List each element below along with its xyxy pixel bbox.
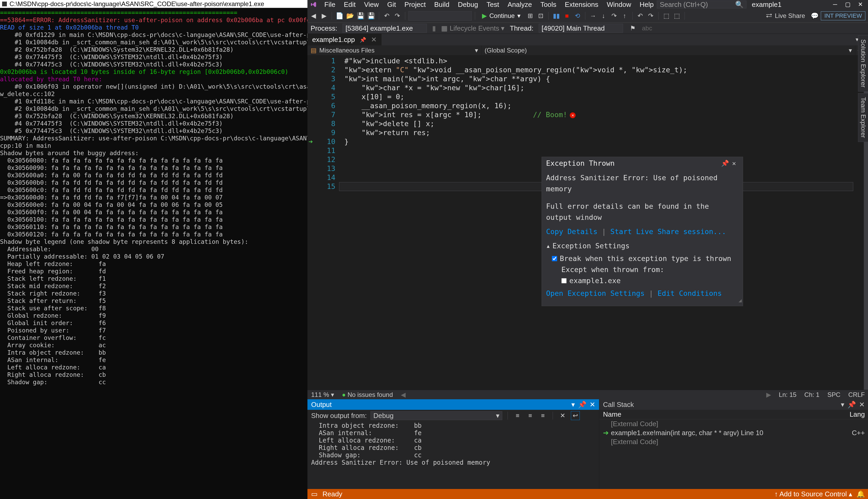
step-out-button[interactable]: ↑	[620, 11, 629, 20]
code-editor[interactable]: ➔ 123456789101112131415 #"kw">include <s…	[307, 56, 868, 390]
dbg-tool-b[interactable]: ⬚	[672, 11, 681, 20]
close-icon[interactable]: ✕	[730, 159, 739, 168]
open-button[interactable]: 📂	[346, 11, 355, 20]
start-liveshare-link[interactable]: Start Live Share session...	[611, 228, 726, 236]
save-all-button[interactable]: 💾	[367, 11, 376, 20]
menu-edit[interactable]: Edit	[341, 0, 359, 10]
module-checkbox[interactable]	[561, 278, 567, 283]
menu-view[interactable]: View	[361, 0, 382, 10]
dbg-btn-1[interactable]: ⊞	[526, 11, 535, 20]
copy-details-link[interactable]: Copy Details	[546, 228, 597, 236]
resize-grip-icon[interactable]: ◢	[739, 296, 742, 305]
liveshare-label: Live Share	[775, 12, 805, 20]
close-icon[interactable]: ✕	[859, 401, 865, 409]
edit-conditions-link[interactable]: Edit Conditions	[658, 289, 722, 297]
menu-tools[interactable]: Tools	[537, 0, 559, 10]
vs-logo-icon[interactable]	[310, 1, 317, 9]
lifecycle-events[interactable]: ▦ Lifecycle Events ▾	[441, 24, 504, 33]
menu-debug[interactable]: Debug	[455, 0, 481, 10]
redo-button[interactable]: ↷	[393, 11, 402, 20]
save-button[interactable]: 💾	[356, 11, 365, 20]
output-btn-3[interactable]: ≡	[538, 411, 548, 420]
menu-extensions[interactable]: Extensions	[562, 0, 601, 10]
output-btn-1[interactable]: ≡	[513, 411, 522, 420]
menu-project[interactable]: Project	[401, 0, 429, 10]
callstack-header[interactable]: Call Stack ▾ 📌 ✕	[599, 399, 868, 410]
close-button[interactable]: ✕	[854, 1, 866, 9]
search-input[interactable]: Search (Ctrl+Q) 🔍	[657, 1, 746, 9]
continue-button[interactable]: ▶ Continue ▾	[478, 11, 524, 21]
callstack-rows[interactable]: [External Code]➔example1.exe!main(int ar…	[599, 419, 868, 489]
close-icon[interactable]: ✕	[371, 36, 377, 44]
break-checkbox[interactable]	[552, 256, 557, 261]
show-next-stmt-button[interactable]: →	[589, 11, 597, 20]
project-context-dropdown[interactable]: ▤ Miscellaneous Files ▾	[307, 45, 481, 55]
team-explorer-tab[interactable]: Team Explorer	[858, 93, 868, 142]
callstack-row[interactable]: [External Code]	[599, 437, 868, 446]
pin-icon[interactable]: 📌	[721, 159, 730, 168]
pin-icon[interactable]: 📌	[847, 401, 856, 409]
file-tab-example1[interactable]: example1.cpp 📌 ✕	[307, 34, 381, 45]
new-item-button[interactable]: 📄	[335, 11, 344, 20]
window-position-icon[interactable]: ▾	[841, 401, 844, 409]
menu-analyze[interactable]: Analyze	[504, 0, 535, 10]
solution-explorer-tab[interactable]: Solution Explorer	[858, 35, 868, 92]
maximize-button[interactable]: ▢	[842, 1, 854, 9]
menu-window[interactable]: Window	[604, 0, 634, 10]
notifications-icon[interactable]: 🔔	[856, 490, 865, 498]
pin-icon[interactable]: 📌	[360, 37, 366, 43]
stackframe-button[interactable]: abc	[643, 24, 652, 33]
console-titlebar[interactable]: C:\MSDN\cpp-docs-pr\docs\c-language\ASAN…	[0, 0, 307, 8]
open-exception-settings-link[interactable]: Open Exception Settings	[546, 289, 645, 297]
dbg-tool-a[interactable]: ⬚	[662, 11, 671, 20]
nav-fwd-button[interactable]: ▶	[319, 11, 328, 20]
scope-context-dropdown[interactable]: (Global Scope) ▾	[481, 45, 855, 55]
nav-back-button[interactable]: ◀	[309, 11, 318, 20]
dbg-step-back[interactable]: ↶	[636, 11, 645, 20]
output-wrap-button[interactable]: ↩	[571, 411, 580, 420]
menu-git[interactable]: Git	[384, 0, 399, 10]
output-icon[interactable]: ▭	[311, 490, 318, 498]
char-indicator[interactable]: Ch: 1	[804, 391, 819, 399]
zoom-level[interactable]: 111 % ▾	[311, 391, 334, 399]
output-btn-2[interactable]: ≡	[526, 411, 535, 420]
callstack-row[interactable]: [External Code]	[599, 419, 868, 428]
issues-status[interactable]: ● No issues found	[342, 391, 393, 399]
col-name[interactable]: Name	[603, 410, 621, 418]
col-lang[interactable]: Lang	[850, 410, 865, 418]
window-position-icon[interactable]: ▾	[571, 401, 575, 409]
step-over-button[interactable]: ↷	[609, 11, 619, 20]
search-icon: 🔍	[735, 1, 744, 9]
liveshare-button[interactable]: ⮂ Live Share	[766, 12, 805, 20]
pin-icon[interactable]: 📌	[578, 401, 587, 409]
menu-file[interactable]: File	[321, 0, 339, 10]
minimize-button[interactable]: ─	[829, 1, 841, 9]
callstack-row[interactable]: ➔example1.exe!main(int argc, char * * ar…	[599, 428, 868, 437]
exception-settings-disclosure[interactable]: ▴ Exception Settings	[546, 239, 739, 253]
eol-indicator[interactable]: CRLF	[848, 391, 865, 399]
output-content[interactable]: Intra object redzone: bb ASan internal: …	[307, 422, 599, 489]
stop-button[interactable]: ■	[563, 11, 571, 20]
indent-indicator[interactable]: SPC	[827, 391, 840, 399]
console-body[interactable]: ========================================…	[0, 8, 307, 499]
output-clear-button[interactable]: ✕	[558, 411, 567, 420]
menu-test[interactable]: Test	[483, 0, 502, 10]
pause-button[interactable]: ▮▮	[552, 11, 561, 20]
output-from-dropdown[interactable]: Debug ▾	[370, 411, 502, 420]
menu-help[interactable]: Help	[637, 0, 657, 10]
dbg-step-fwd[interactable]: ↷	[646, 11, 655, 20]
menu-build[interactable]: Build	[431, 0, 453, 10]
line-indicator[interactable]: Ln: 15	[779, 391, 796, 399]
close-icon[interactable]: ✕	[590, 401, 595, 409]
thread-dropdown[interactable]: [49020] Main Thread	[539, 24, 623, 33]
step-into-button[interactable]: ↓	[599, 11, 608, 20]
restart-button[interactable]: ⟲	[573, 11, 582, 20]
dbg-btn-2[interactable]: ⊡	[536, 11, 545, 20]
undo-button[interactable]: ↶	[382, 11, 391, 20]
process-dropdown[interactable]: [53864] example1.exe	[342, 24, 427, 33]
feedback-button[interactable]: 💬	[810, 11, 819, 20]
output-header[interactable]: Output ▾ 📌 ✕	[307, 399, 599, 410]
flag-button[interactable]: ⚑	[628, 24, 637, 33]
add-source-control-button[interactable]: ↑ Add to Source Control ▴	[775, 490, 852, 498]
config-dropdown[interactable]	[408, 11, 472, 21]
